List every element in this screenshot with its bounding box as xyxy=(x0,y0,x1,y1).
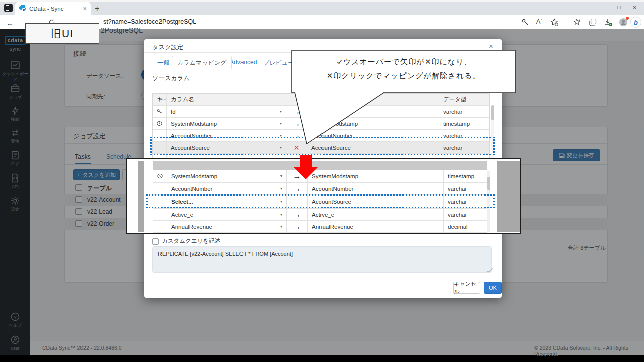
back-icon[interactable]: ← xyxy=(6,19,14,27)
dest-column: AccountNumber xyxy=(308,183,444,194)
dropdown-caret-icon: ▾ xyxy=(280,121,282,126)
dest-type: varchar xyxy=(444,183,487,194)
dest-type: timestamp xyxy=(444,170,487,182)
custom-query-label: カスタムクエリを記述 xyxy=(162,237,220,245)
workspaces-icon[interactable] xyxy=(4,4,13,12)
column-mapping-table: キー カラム名 カラム名 データ型 Id▾ → Id varchar Syste… xyxy=(152,93,490,166)
panel-crop-edge xyxy=(138,161,144,232)
source-column-select[interactable]: SystemModstamp▾ xyxy=(167,118,286,129)
dest-column: Id xyxy=(307,106,439,117)
callout-line2: ✕印クリックでマッピングが解除される。 xyxy=(292,71,515,81)
dest-type: varchar xyxy=(439,106,489,117)
ok-button[interactable]: OK xyxy=(484,282,502,294)
mapping-row[interactable]: SystemModstamp▾ → SystemModstamp timesta… xyxy=(153,118,489,130)
mapping-row[interactable]: Active_c▾ → Active_c varchar xyxy=(153,209,487,221)
source-column-label: ソースカラム xyxy=(152,74,189,83)
tab-close-icon[interactable]: × xyxy=(83,5,87,12)
mapping-row[interactable]: SystemModstamp▾ → SystemModstamp timesta… xyxy=(153,170,487,183)
screen: CData - Sync × + – □ × ← st?name=Salesfo… xyxy=(0,0,644,362)
dest-type: decimal xyxy=(444,221,487,232)
collections-icon[interactable] xyxy=(589,18,597,26)
favorites-icon[interactable] xyxy=(550,18,558,26)
browser-tab[interactable]: CData - Sync × xyxy=(15,2,91,15)
window-restore-button[interactable]: □ xyxy=(617,4,621,10)
clock-icon xyxy=(157,173,163,179)
profile-avatar[interactable] xyxy=(619,18,628,27)
zoomed-after-panel: SystemModstamp▾ → SystemModstamp timesta… xyxy=(126,158,521,234)
read-aloud-icon[interactable]: A^ xyxy=(534,18,544,27)
downloads-icon[interactable] xyxy=(604,18,613,27)
dropdown-caret-icon: ▾ xyxy=(280,186,282,191)
panel-scrollbar-thumb[interactable] xyxy=(487,177,490,190)
window-minimize-button[interactable]: – xyxy=(602,4,605,11)
source-column-select[interactable]: AnnualRevenue▾ xyxy=(167,221,287,232)
collections-star-icon[interactable] xyxy=(573,18,581,26)
source-column-select[interactable]: SystemModstamp▾ xyxy=(167,170,287,182)
mapping-arrow-icon: → xyxy=(293,108,301,116)
dest-type: varchar xyxy=(444,209,487,220)
address-bar[interactable]: st?name=Salesfoce2PostgreSQL xyxy=(103,18,196,25)
source-column-select[interactable]: Active_c▾ xyxy=(167,209,287,220)
dropdown-caret-icon: ▾ xyxy=(280,212,282,217)
dest-type: timestamp xyxy=(439,118,489,129)
window-close-button[interactable]: × xyxy=(633,4,637,11)
scrollbar-thumb[interactable] xyxy=(491,105,494,120)
dest-column: AnnualRevenue xyxy=(308,221,444,232)
new-tab-button[interactable]: + xyxy=(95,4,99,13)
clock-icon xyxy=(157,120,162,127)
mapping-table-header: キー カラム名 カラム名 データ型 xyxy=(153,94,489,106)
key-icon xyxy=(157,108,162,115)
dialog-title: タスク設定 xyxy=(152,43,183,52)
cdata-favicon xyxy=(19,5,26,12)
bing-chat-icon[interactable]: b xyxy=(630,17,641,28)
old-ui-label: 旧UI xyxy=(25,23,99,44)
callout-line1: マウスオーバーで矢印が✕印になり、 xyxy=(292,57,515,67)
panel-crop-edge xyxy=(153,161,487,170)
dropdown-caret-icon: ▾ xyxy=(280,109,282,114)
source-column-select[interactable]: Id▾ xyxy=(167,106,286,117)
dest-column: SystemModstamp xyxy=(307,118,439,129)
dropdown-caret-icon: ▾ xyxy=(280,224,282,229)
mapping-arrow-icon: → xyxy=(293,172,301,180)
mapping-arrow-icon: → xyxy=(293,211,301,219)
query-textarea[interactable]: REPLICATE [v22-Account] SELECT * FROM [A… xyxy=(152,246,492,273)
mapping-arrow-icon: → xyxy=(293,223,301,231)
tab-title: CData - Sync xyxy=(29,6,79,12)
custom-query-checkbox[interactable] xyxy=(152,238,159,245)
mapping-arrow-icon: → xyxy=(293,185,301,193)
dropdown-caret-icon: ▾ xyxy=(280,174,282,178)
mapping-row[interactable]: AccountNumber▾ → AccountNumber varchar xyxy=(153,183,487,195)
source-column-select[interactable]: AccountNumber▾ xyxy=(167,183,287,194)
dest-column: SystemModstamp xyxy=(308,170,444,182)
mapping-arrow-icon: → xyxy=(293,120,301,128)
tab-column-mapping[interactable]: カラムマッピング xyxy=(172,56,232,69)
panel-crop-edge xyxy=(497,161,520,232)
panel-highlight-dotted-border xyxy=(146,194,495,208)
cancel-button[interactable]: キャンセル xyxy=(453,282,480,294)
highlight-dotted-border xyxy=(150,137,495,155)
dest-column: Active_c xyxy=(308,209,444,220)
password-key-icon[interactable] xyxy=(521,18,529,26)
dialog-close-icon[interactable]: × xyxy=(489,42,493,50)
mapping-row[interactable]: Id▾ → Id varchar xyxy=(153,106,489,118)
mapping-row[interactable]: AnnualRevenue▾ → AnnualRevenue decimal xyxy=(153,221,487,233)
